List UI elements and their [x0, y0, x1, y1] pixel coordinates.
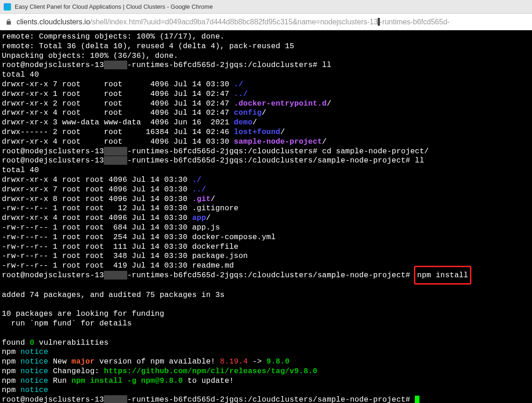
- prompt: root@nodejsclusters-13: [2, 395, 104, 403]
- notice: notice: [20, 367, 48, 375]
- npm-prefix: npm: [2, 357, 20, 366]
- prompt: -runtimes-b6fcd565d-2jgqs:/cloudclusters…: [127, 147, 322, 156]
- prompt: root@nodejsclusters-13: [2, 147, 104, 156]
- terminal-line: remote: Compressing objects: 100% (17/17…: [2, 32, 225, 41]
- dir-entry: .docker-entrypoint.d: [234, 99, 327, 108]
- url-host: clients.cloudclusters.io: [17, 18, 90, 26]
- npm-prefix: npm: [2, 386, 20, 394]
- changelog-url: https://github.com/npm/cli/releases/tag/…: [104, 367, 317, 375]
- notice: notice: [20, 347, 48, 356]
- url-path: /shell/index.html?uuid=d049acd9ba7d444d8…: [90, 18, 378, 26]
- terminal-line: ->: [248, 357, 266, 366]
- terminal-line: to update!: [183, 376, 234, 385]
- old-version: 8.19.4: [220, 357, 248, 366]
- highlighted-command: npm install: [414, 266, 471, 285]
- terminal-line: 10 packages are looking for funding: [2, 309, 164, 318]
- redact: [104, 271, 127, 280]
- vuln-count: 0: [30, 338, 34, 347]
- prompt: root@nodejsclusters-13: [2, 61, 104, 69]
- app-icon: [4, 3, 11, 11]
- dir-entry: sample-node-project: [234, 137, 322, 146]
- new-version: 9.8.0: [266, 357, 290, 366]
- npm-prefix: npm: [2, 347, 20, 356]
- prompt: -runtimes-b6fcd565d-2jgqs:/cloudclusters…: [127, 395, 415, 403]
- prompt: root@nodejsclusters-13: [2, 271, 104, 280]
- terminal-line: total 40: [2, 166, 39, 174]
- redact: [104, 147, 127, 156]
- terminal-line: added 74 packages, and audited 75 packag…: [2, 291, 225, 299]
- redact: [104, 61, 127, 69]
- major: major: [72, 357, 95, 366]
- terminal-line: Run: [48, 376, 72, 385]
- url-text[interactable]: clients.cloudclusters.io/shell/index.htm…: [17, 18, 450, 26]
- terminal-line: remote: Total 36 (delta 10), reused 4 (d…: [2, 42, 294, 50]
- prompt: root@nodejsclusters-13: [2, 156, 104, 165]
- dir-entry: demo: [234, 118, 252, 127]
- window-title: Easy Client Panel for Cloud Applications…: [15, 3, 213, 10]
- terminal-line: version of npm available!: [95, 357, 220, 366]
- command: npm install: [417, 271, 468, 280]
- url-tail: -runtimes-b6fcd565d-: [380, 18, 450, 26]
- terminal-line: Unpacking objects: 100% (36/36), done.: [2, 51, 178, 60]
- lock-icon: [6, 19, 12, 25]
- prompt: -runtimes-b6fcd565d-2jgqs:/cloudclusters…: [127, 271, 415, 280]
- cursor: [415, 396, 419, 403]
- prompt: -runtimes-b6fcd565d-2jgqs:/cloudclusters…: [127, 61, 322, 69]
- prompt: -runtimes-b6fcd565d-2jgqs:/cloudclusters…: [127, 156, 415, 165]
- notice: notice: [20, 376, 48, 385]
- dir-entry: ../: [192, 185, 206, 194]
- terminal-line: New: [48, 357, 72, 366]
- dir-entry: ./: [234, 80, 243, 89]
- notice: notice: [20, 386, 48, 394]
- terminal-line: found: [2, 338, 30, 347]
- window-title-bar: Easy Client Panel for Cloud Applications…: [0, 0, 532, 14]
- dir-entry: config: [234, 108, 262, 117]
- terminal-line: Changelog:: [48, 367, 104, 375]
- redact: [104, 156, 127, 165]
- terminal-output[interactable]: remote: Compressing objects: 100% (17/17…: [0, 30, 532, 403]
- notice: notice: [20, 357, 48, 366]
- dir-entry: .git: [192, 195, 210, 203]
- terminal-line: total 40: [2, 70, 39, 79]
- dir-entry: app: [192, 213, 206, 222]
- terminal-line: vulnerabilities: [34, 338, 109, 347]
- npm-prefix: npm: [2, 376, 20, 385]
- dir-entry: lost+found: [234, 128, 280, 136]
- terminal-line: run `npm fund` for details: [2, 319, 132, 328]
- command: ll: [322, 61, 331, 69]
- command: ll: [415, 156, 424, 165]
- update-cmd: npm install -g npm@9.8.0: [72, 376, 183, 385]
- command: cd sample-node-project/: [322, 147, 429, 156]
- redact: [104, 395, 127, 403]
- dir-entry: ../: [234, 90, 248, 98]
- dir-entry: ./: [192, 175, 201, 184]
- npm-prefix: npm: [2, 367, 20, 375]
- address-bar[interactable]: clients.cloudclusters.io/shell/index.htm…: [0, 14, 532, 30]
